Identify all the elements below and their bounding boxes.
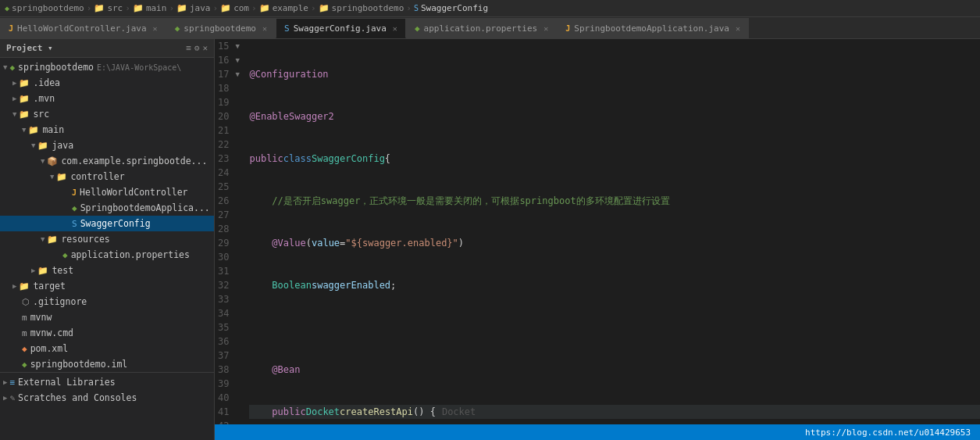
- tab-bar: J HelloWorldController.java ✕ ◆ springbo…: [0, 17, 980, 39]
- code-editor[interactable]: @Configuration @EnableSwagger2 public cl…: [246, 39, 980, 424]
- code-line-20: Boolean swaggerEnabled;: [249, 278, 980, 292]
- tree-item-pom[interactable]: ◆ pom.xml: [0, 341, 214, 356]
- expand-arrow: ▼: [3, 63, 7, 71]
- sidebar-header-icons: ≡ ⚙ ✕: [186, 43, 208, 53]
- file-tree: ▼ ◆ springbootdemo E:\JAVA-WorkSpace\ ▶ …: [0, 58, 214, 440]
- tree-label: SpringbootdemoApplica...: [80, 202, 210, 213]
- spring-icon: ◆: [5, 4, 9, 13]
- props-icon: ◆: [62, 250, 68, 260]
- tab-close-icon[interactable]: ✕: [393, 24, 397, 33]
- tree-item-hello-controller[interactable]: J HelloWorldController: [0, 184, 214, 200]
- tree-item-external-libs[interactable]: ▶ ≡ External Libraries: [0, 374, 214, 390]
- breadcrumb-src[interactable]: 📁 src: [94, 3, 123, 13]
- tree-item-package[interactable]: ▼ 📦 com.example.springbootde...: [0, 153, 214, 169]
- tab-hello-world-controller[interactable]: J HelloWorldController.java ✕: [0, 18, 166, 38]
- sidebar-gear-icon[interactable]: ⚙: [194, 43, 200, 53]
- folder-icon: 📁: [19, 281, 30, 292]
- tree-item-scratches[interactable]: ▶ ✎ Scratches and Consoles: [0, 390, 214, 406]
- tree-label: test: [52, 265, 73, 276]
- editor-area: 15 16 17 18 19 20 21 22 23 24 25 26 27 2…: [215, 39, 980, 440]
- folder-icon: 📁: [94, 3, 105, 13]
- expand-arrow: ▼: [31, 141, 35, 149]
- main-layout: Project ▾ ≡ ⚙ ✕ ▼ ◆ springbootdemo E:\JA…: [0, 39, 980, 440]
- tree-item-mvnw[interactable]: m mvnw: [0, 309, 214, 325]
- sidebar-settings-icon[interactable]: ≡: [186, 43, 191, 53]
- expand-arrow: ▶: [3, 378, 7, 386]
- tab-close-icon[interactable]: ✕: [262, 24, 267, 33]
- sidebar-close-icon[interactable]: ✕: [202, 43, 208, 53]
- tree-item-mvnw-cmd[interactable]: m mvnw.cmd: [0, 325, 214, 341]
- tree-label: pom.xml: [30, 343, 68, 354]
- code-line-23: public Docket createRestApi() {Docket: [249, 405, 980, 419]
- expand-arrow: ▶: [3, 394, 7, 402]
- tree-item-app[interactable]: ◆ SpringbootdemoApplica...: [0, 200, 214, 216]
- tree-item-target[interactable]: ▶ 📁 target: [0, 278, 214, 294]
- java-icon: J: [9, 24, 13, 33]
- git-icon: ⬡: [22, 297, 30, 307]
- expand-arrow: ▼: [50, 173, 54, 181]
- java-icon: J: [565, 24, 570, 33]
- folder-icon: 📁: [37, 266, 48, 276]
- code-line-19: @Value(value = "${swagger.enabled}"): [249, 236, 980, 250]
- tree-item-main[interactable]: ▼ 📁 main: [0, 122, 214, 138]
- tab-application-properties[interactable]: ◆ application.properties ✕: [406, 18, 557, 38]
- tree-label: springbootdemo: [18, 62, 94, 73]
- tree-item-idea[interactable]: ▶ 📁 .idea: [0, 75, 214, 91]
- tree-label: springbootdemo.iml: [30, 359, 128, 370]
- expand-arrow: ▼: [41, 235, 45, 243]
- tree-item-test[interactable]: ▶ 📁 test: [0, 263, 214, 278]
- tab-swagger-config[interactable]: S SwaggerConfig.java ✕: [276, 18, 406, 38]
- mvnw-icon: m: [22, 313, 27, 323]
- expand-arrow: ▶: [12, 79, 16, 87]
- code-line-17: public class SwaggerConfig {: [249, 152, 980, 166]
- tab-springbootdemo-application[interactable]: J SpringbootdemoApplication.java ✕: [557, 18, 749, 38]
- tree-label: application.properties: [71, 249, 190, 260]
- tree-label: SwaggerConfig: [80, 218, 151, 229]
- tree-item-app-props[interactable]: ◆ application.properties: [0, 247, 214, 263]
- scratches-icon: ✎: [9, 393, 15, 403]
- swagger-icon: S: [284, 23, 290, 34]
- tree-label: Scratches and Consoles: [18, 392, 137, 403]
- sidebar: Project ▾ ≡ ⚙ ✕ ▼ ◆ springbootdemo E:\JA…: [0, 39, 215, 440]
- tree-label: src: [33, 109, 49, 120]
- code-line-16: @EnableSwagger2: [249, 109, 980, 123]
- folder-icon: 📁: [28, 125, 39, 135]
- tree-item-gitignore[interactable]: ⬡ .gitignore: [0, 294, 214, 309]
- tree-item-resources[interactable]: ▼ 📁 resources: [0, 231, 214, 247]
- breadcrumb-label: springbootdemo: [12, 3, 84, 13]
- folder-icon: 📁: [56, 172, 67, 182]
- tree-label: HelloWorldController: [80, 187, 187, 198]
- tab-springbootdemo[interactable]: ◆ springbootdemo ✕: [166, 18, 276, 38]
- tab-close-icon[interactable]: ✕: [153, 24, 158, 33]
- tab-close-icon[interactable]: ✕: [736, 24, 740, 33]
- expand-arrow: ▼: [12, 110, 16, 118]
- props-icon: ◆: [415, 23, 420, 34]
- breadcrumb-item[interactable]: ◆ springbootdemo: [5, 3, 84, 13]
- fold-gutter: ▼ ▼ ▼: [235, 39, 246, 424]
- tree-item-iml[interactable]: ◆ springbootdemo.iml: [0, 356, 214, 372]
- line-numbers: 15 16 17 18 19 20 21 22 23 24 25 26 27 2…: [215, 39, 235, 424]
- tree-item-swagger-config[interactable]: S SwaggerConfig: [0, 216, 214, 231]
- status-bar: https://blog.csdn.net/u014429653: [215, 424, 980, 440]
- tree-item-mvn[interactable]: ▶ 📁 .mvn: [0, 91, 214, 106]
- tree-item-root[interactable]: ▼ ◆ springbootdemo E:\JAVA-WorkSpace\: [0, 59, 214, 75]
- spring-icon: ◆: [9, 63, 15, 73]
- mvnw-cmd-icon: m: [22, 328, 27, 338]
- tree-item-controller[interactable]: ▼ 📁 controller: [0, 169, 214, 184]
- tree-label: com.example.springbootde...: [61, 156, 207, 166]
- expand-arrow: ▶: [31, 267, 35, 274]
- folder-icon: 📁: [259, 3, 270, 13]
- code-content[interactable]: 15 16 17 18 19 20 21 22 23 24 25 26 27 2…: [215, 39, 980, 424]
- xml-icon: ◆: [22, 344, 27, 354]
- iml-icon: ◆: [22, 360, 27, 370]
- tree-label: mvnw: [30, 312, 52, 323]
- folder-icon: 📁: [319, 3, 330, 13]
- folder-icon: 📁: [176, 3, 187, 13]
- tree-item-java[interactable]: ▼ 📁 java: [0, 138, 214, 153]
- swagger-icon: S: [72, 219, 77, 229]
- breadcrumb-bar: ◆ springbootdemo › 📁 src › 📁 main › 📁 ja…: [0, 0, 980, 17]
- sidebar-header: Project ▾ ≡ ⚙ ✕: [0, 39, 214, 58]
- code-line-22: @Bean: [249, 363, 980, 377]
- tree-item-src[interactable]: ▼ 📁 src: [0, 106, 214, 122]
- tab-close-icon[interactable]: ✕: [543, 24, 548, 33]
